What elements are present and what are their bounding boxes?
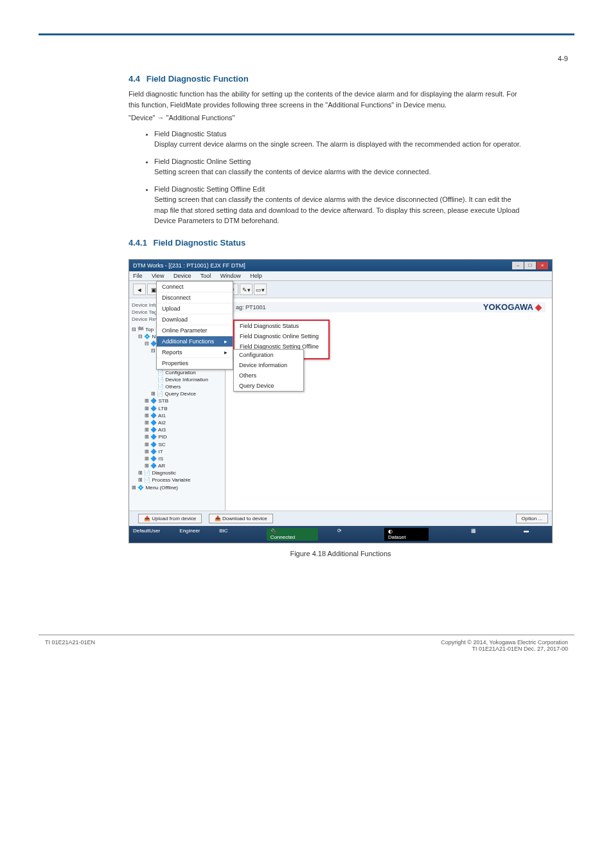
upload-button[interactable]: 📤 Upload from device: [138, 514, 202, 523]
status-mode: BtC: [219, 528, 227, 541]
tree-ai1[interactable]: ⊞ 🔷 AI1: [132, 412, 222, 419]
download-button[interactable]: 📥 Download to device: [209, 514, 273, 523]
dd-properties[interactable]: Properties: [157, 358, 233, 369]
tree-diagnostic[interactable]: ⊞ 📄 Diagnostic: [132, 469, 222, 476]
tree-is[interactable]: ⊞ 🔷 IS: [132, 455, 222, 462]
option-button[interactable]: Option ...: [516, 514, 548, 523]
window-title: DTM Works - [(231 : PT1001) EJX FF DTM]: [133, 262, 245, 269]
tree-ltb[interactable]: ⊞ 🔷 LTB: [132, 405, 222, 412]
dd-connect[interactable]: Connect: [157, 282, 233, 293]
status-user: DefaultUser: [133, 528, 160, 541]
tree-device-information[interactable]: 📄 Device Information: [132, 376, 222, 383]
window-buttons[interactable]: –□×: [511, 262, 548, 269]
bullet-item: Field Diagnostic Setting Offline EditSet…: [154, 184, 527, 226]
dd-additional-functions[interactable]: Additional Functions▸: [157, 336, 233, 347]
subsection-num: 4.4.1: [129, 238, 147, 248]
footer-left: TI 01E21A21-01EN: [45, 639, 95, 652]
subsection-title: Field Diagnostic Status: [154, 238, 246, 248]
menu-file[interactable]: File: [133, 273, 143, 279]
bottom-toolbar: 📤 Upload from device 📥 Download to devic…: [129, 511, 552, 526]
footer-copyright: Copyright © 2014, Yokogawa Electric Corp…: [441, 639, 568, 646]
section-title: Field Diagnostic Function: [147, 74, 249, 84]
section-heading: 4.4 Field Diagnostic Function: [129, 74, 574, 84]
page-footer: TI 01E21A21-01EN Copyright © 2014, Yokog…: [39, 635, 574, 652]
footer-doc-date: TI 01E21A21-01EN Dec. 27, 2017-00: [472, 646, 568, 652]
subsection-heading: 4.4.1 Field Diagnostic Status: [129, 238, 574, 248]
tree-sc[interactable]: ⊞ 🔷 SC: [132, 441, 222, 448]
menu-window[interactable]: Window: [220, 273, 241, 279]
dd-online-param[interactable]: Online Parameter: [157, 325, 233, 336]
figure-caption: Figure 4.18 Additional Functions: [129, 550, 553, 557]
screenshot-figure: DTM Works - [(231 : PT1001) EJX FF DTM] …: [129, 259, 553, 543]
device-dropdown[interactable]: Connect Disconnect Upload Download Onlin…: [156, 281, 233, 370]
menu-help[interactable]: Help: [250, 273, 262, 279]
page-number: 4-9: [39, 55, 568, 62]
toolbar: ◄ ▣ ⚑ ✎▾ ▭▾ Connect Disconnect Upload Do…: [129, 281, 552, 298]
sub-field-diag-status[interactable]: Field Diagnostic Status: [235, 321, 328, 331]
tree-it[interactable]: ⊞ 🔷 IT: [132, 448, 222, 455]
sub2-device-info[interactable]: Device Information: [234, 360, 303, 370]
dd-disconnect[interactable]: Disconnect: [157, 293, 233, 303]
monitor-icon[interactable]: ▭▾: [254, 284, 267, 295]
menubar[interactable]: File View Device Tool Window Help: [129, 271, 552, 281]
tree-pid[interactable]: ⊞ 🔷 PID: [132, 433, 222, 440]
tree-ar[interactable]: ⊞ 🔷 AR: [132, 462, 222, 469]
sub2-query-device[interactable]: Query Device: [234, 381, 303, 391]
dd-download[interactable]: Download: [157, 314, 233, 325]
status-flag-icon: ▬: [524, 528, 529, 541]
bullet-item: Field Diagnostic StatusDisplay current d…: [154, 129, 527, 150]
dd-reports[interactable]: Reports▸: [157, 347, 233, 358]
tree-process-variable[interactable]: ⊞ 📄 Process Variable: [132, 476, 222, 484]
minimize-icon[interactable]: –: [512, 262, 524, 269]
bullet-item: Field Diagnostic Online SettingSetting s…: [154, 156, 527, 177]
menu-device[interactable]: Device: [173, 273, 191, 279]
tree-configuration[interactable]: 📄 Configuration: [132, 369, 222, 376]
tree-query-device[interactable]: ⊞ 📄 Query Device: [132, 390, 222, 397]
tree-menu-offline[interactable]: ⊞ 💠 Menu (Offline): [132, 484, 222, 491]
sub2-others[interactable]: Others: [234, 370, 303, 381]
status-dataset: ◐ Dataset: [384, 528, 429, 541]
tree-ai2[interactable]: ⊞ 🔷 AI2: [132, 419, 222, 426]
dd-upload[interactable]: Upload: [157, 303, 233, 314]
menu-tool[interactable]: Tool: [200, 273, 211, 279]
sub-field-diag-online[interactable]: Field Diagnostic Online Setting: [235, 331, 328, 341]
refresh-icon[interactable]: ⟳: [337, 528, 342, 541]
sub2-configuration[interactable]: Configuration: [234, 350, 303, 360]
tree-others[interactable]: 📄 Others: [132, 383, 222, 390]
status-connected: 🔌 Connected: [267, 528, 319, 541]
status-bar: DefaultUser Engineer BtC 🔌 Connected ⟳ ◐…: [129, 526, 552, 543]
menu-view[interactable]: View: [152, 273, 164, 279]
yokogawa-logo: YOKOGAWA ◆: [483, 302, 542, 312]
tree-stb[interactable]: ⊞ 🔷 STB: [132, 397, 222, 404]
edit-icon[interactable]: ✎▾: [240, 284, 253, 295]
section-num: 4.4: [129, 74, 140, 84]
config-submenu[interactable]: Configuration Device Information Others …: [233, 349, 304, 392]
status-role: Engineer: [179, 528, 200, 541]
back-icon[interactable]: ◄: [133, 284, 146, 295]
intro-para: Field diagnostic function has the abilit…: [129, 89, 527, 110]
menu-path: "Device" → "Additional Functions": [129, 113, 527, 123]
tree-ai3[interactable]: ⊞ 🔷 AI3: [132, 426, 222, 433]
close-icon[interactable]: ×: [537, 262, 548, 269]
window-titlebar: DTM Works - [(231 : PT1001) EJX FF DTM] …: [129, 260, 552, 271]
maximize-icon[interactable]: □: [524, 262, 536, 269]
status-icon: ▦: [471, 528, 476, 541]
